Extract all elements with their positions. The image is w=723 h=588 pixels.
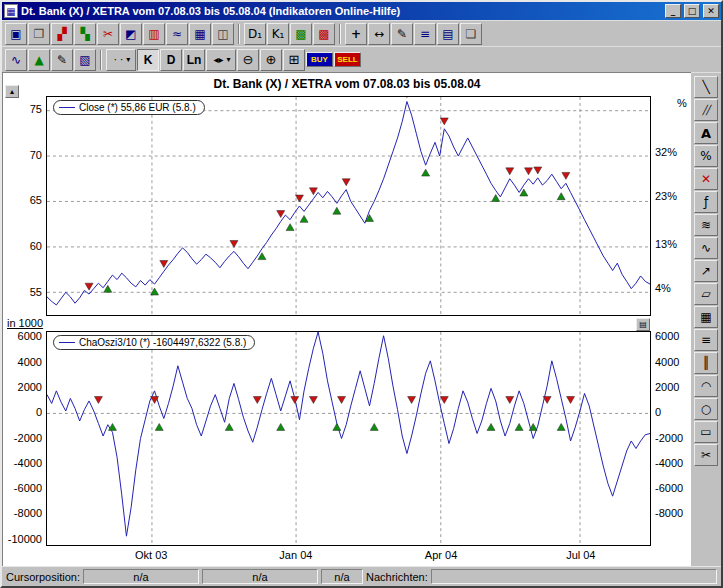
y-axis-label: -10000 (3, 533, 42, 546)
compare-charts-icon[interactable]: ▚ (74, 23, 96, 45)
page-layout-icon[interactable]: ❏ (460, 23, 482, 45)
chevron-down-icon: ▾ (227, 56, 231, 64)
horizontal-lines-tool[interactable]: ≡ (694, 329, 718, 351)
indicator-function-tool[interactable]: ƒ (694, 191, 718, 213)
volume-bars-icon[interactable]: ▥ (143, 23, 165, 45)
y-axis-label: -8000 (3, 507, 42, 520)
delete-drawing-tool[interactable]: ✕ (694, 168, 718, 190)
candle-d-button[interactable]: D (160, 49, 182, 71)
close-button[interactable]: ✕ (703, 4, 719, 18)
crosshair-icon[interactable]: + (345, 23, 367, 45)
vertical-lines-tool[interactable]: ║ (694, 352, 718, 374)
list-green-icon[interactable]: ▩ (290, 23, 312, 45)
price-plot[interactable]: Close (*) 55,86 EUR (5.8.) (46, 96, 651, 316)
cursor-field-3: n/a (321, 569, 363, 584)
y-axis-label: 75 (3, 103, 42, 116)
line-chart-icon[interactable]: ≈ (166, 23, 188, 45)
text-tool[interactable]: A (694, 122, 718, 144)
pattern-icon[interactable]: ▧ (74, 49, 96, 71)
fibonacci-arc-tool[interactable]: ◠ (694, 375, 718, 397)
candle-k-button[interactable]: K (137, 49, 159, 71)
k1-period-button[interactable]: K₁ (267, 23, 289, 45)
y-axis-right-label: 23% (655, 190, 691, 203)
draw-pencil-icon[interactable]: ✎ (391, 23, 413, 45)
ellipse-tool[interactable]: ○ (694, 398, 718, 420)
legend-line-sample (59, 107, 75, 108)
signal-triangles-icon[interactable]: ▲ (28, 49, 50, 71)
copy-chart-icon[interactable]: ❐ (28, 23, 50, 45)
rectangle-tool[interactable]: ▭ (694, 421, 718, 443)
quote-table-icon[interactable]: ▦ (189, 23, 211, 45)
maximize-button[interactable]: □ (684, 4, 700, 18)
y-axis-label: 4000 (3, 356, 42, 369)
notes-icon[interactable]: ▤ (437, 23, 459, 45)
parallel-lines-tool[interactable]: ╱╱ (694, 99, 718, 121)
y-axis-label: -4000 (3, 457, 42, 470)
y-axis-right-label: 32% (655, 146, 691, 159)
title-bar: ▦ Dt. Bank (X) / XETRA vom 07.08.03 bis … (2, 2, 721, 20)
chart-table-icon[interactable]: ◫ (212, 23, 234, 45)
oscillator-legend-text: ChaOszi3/10 (*) -1604497,6322 (5.8.) (79, 337, 246, 348)
edit-pencil-icon[interactable]: ✎ (51, 49, 73, 71)
channel-tool[interactable]: ▱ (694, 283, 718, 305)
chart-title: Dt. Bank (X) / XETRA vom 07.08.03 bis 05… (3, 77, 691, 91)
oscillator-menu-button[interactable]: ▤ (636, 318, 650, 331)
chart-study-icon[interactable]: ◩ (120, 23, 142, 45)
arrow-tool[interactable]: ↗ (694, 260, 718, 282)
messages-field (431, 569, 717, 584)
y-axis-label: 2000 (3, 381, 42, 394)
perf-chart-icon[interactable]: ∿ (5, 49, 27, 71)
y-axis-right-label: -8000 (655, 507, 691, 520)
d1-period-button[interactable]: D₁ (244, 23, 266, 45)
unit-label: in 1000 (7, 317, 43, 329)
toolbar-separator (100, 50, 102, 70)
oscillator-plot[interactable]: ChaOszi3/10 (*) -1604497,6322 (5.8.) (46, 331, 651, 546)
zoom-in-button[interactable]: ⊕ (260, 49, 282, 71)
log-scale-button[interactable]: Ln (183, 49, 205, 71)
scroll-dropdown[interactable]: ◂▸▾ (206, 49, 236, 71)
buy-button[interactable]: BUY (306, 52, 333, 67)
y-axis-label: 55 (3, 286, 42, 299)
price-legend[interactable]: Close (*) 55,86 EUR (5.8.) (53, 100, 205, 115)
y-axis-right-label: -4000 (655, 457, 691, 470)
y-axis-right-label: 6000 (655, 330, 691, 343)
y-axis-right-label: 4000 (655, 356, 691, 369)
cursor-field-2: n/a (202, 569, 318, 584)
chart-area: ▴ Dt. Bank (X) / XETRA vom 07.08.03 bis … (2, 72, 691, 566)
app-window: ▦ Dt. Bank (X) / XETRA vom 07.08.03 bis … (0, 0, 723, 588)
y-axis-right-label: 4% (655, 282, 691, 295)
protocol-icon[interactable]: ≡ (414, 23, 436, 45)
pan-icon[interactable]: ↔ (368, 23, 390, 45)
scissors-tool[interactable]: ✂ (694, 444, 718, 466)
status-bar: Cursorposition: n/a n/a n/a Nachrichten: (2, 566, 721, 586)
app-icon: ▦ (4, 4, 18, 18)
chart-toolbar: ∿▲✎▧· ·▾KDLn◂▸▾⊖⊕⊞BUYSELL (2, 46, 721, 72)
list-red-icon[interactable]: ▩ (313, 23, 335, 45)
x-axis-label: Jul 04 (558, 549, 604, 561)
regression-tool[interactable]: ≋ (694, 214, 718, 236)
line-style-dropdown[interactable]: · ·▾ (106, 49, 136, 71)
oscillator-legend[interactable]: ChaOszi3/10 (*) -1604497,6322 (5.8.) (53, 335, 255, 350)
trendline-tool[interactable]: ╲ (694, 76, 718, 98)
price-legend-text: Close (*) 55,86 EUR (5.8.) (79, 102, 196, 113)
grid-tool[interactable]: ▦ (694, 306, 718, 328)
content-area: ▴ Dt. Bank (X) / XETRA vom 07.08.03 bis … (2, 72, 721, 566)
chevron-down-icon: ▾ (126, 56, 130, 64)
zigzag-tool[interactable]: ∿ (694, 237, 718, 259)
y-axis-right-label: 13% (655, 238, 691, 251)
y-axis-label: 6000 (3, 330, 42, 343)
sell-button[interactable]: SELL (334, 52, 361, 67)
zoom-data-button[interactable]: ⊞ (283, 49, 305, 71)
minimize-button[interactable]: _ (665, 4, 681, 18)
percent-retracement-tool[interactable]: % (694, 145, 718, 167)
window-title: Dt. Bank (X) / XETRA vom 07.08.03 bis 05… (21, 5, 662, 17)
x-axis-label: Jan 04 (273, 549, 319, 561)
y-axis-label: 65 (3, 194, 42, 207)
y-axis-right-label: 0 (655, 406, 691, 419)
legend-line-sample (59, 342, 75, 343)
toolbar-separator (339, 24, 341, 44)
open-chart-icon[interactable]: ▣ (5, 23, 27, 45)
percent-tool-icon[interactable]: ✂ (97, 23, 119, 45)
price-bars-icon[interactable]: ▞ (51, 23, 73, 45)
zoom-out-button[interactable]: ⊖ (237, 49, 259, 71)
